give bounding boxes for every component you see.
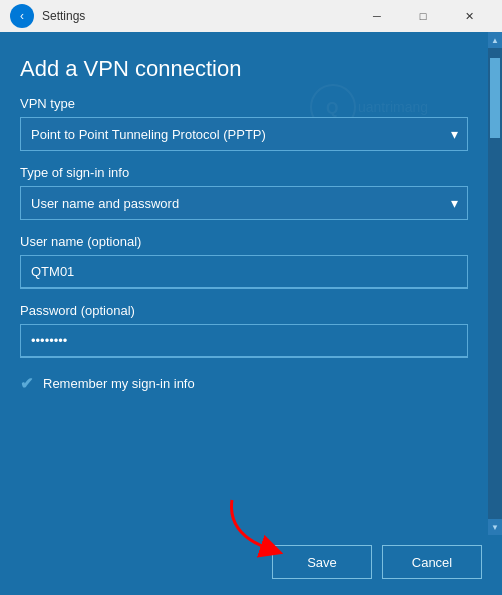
title-bar: ‹ Settings ─ □ ✕ xyxy=(0,0,502,32)
remember-label: Remember my sign-in info xyxy=(43,376,195,391)
back-button[interactable]: ‹ xyxy=(10,4,34,28)
buttons-area: Save Cancel xyxy=(0,535,502,595)
title-bar-text: Settings xyxy=(42,9,354,23)
minimize-button[interactable]: ─ xyxy=(354,0,400,32)
vpn-type-select-wrapper[interactable]: Point to Point Tunneling Protocol (PPTP)… xyxy=(20,117,468,151)
remember-checkmark: ✔ xyxy=(20,374,33,393)
signin-type-label: Type of sign-in info xyxy=(20,165,468,180)
username-label: User name (optional) xyxy=(20,234,468,249)
scroll-down-button[interactable]: ▼ xyxy=(488,519,502,535)
save-button[interactable]: Save xyxy=(272,545,372,579)
vpn-type-select[interactable]: Point to Point Tunneling Protocol (PPTP)… xyxy=(20,117,468,151)
signin-type-select-wrapper[interactable]: User name and password Smart card One-ti… xyxy=(20,186,468,220)
maximize-button[interactable]: □ xyxy=(400,0,446,32)
password-label: Password (optional) xyxy=(20,303,468,318)
scrollbar: ▲ ▼ xyxy=(488,32,502,535)
scroll-track[interactable] xyxy=(488,48,502,519)
title-bar-controls: ─ □ ✕ xyxy=(354,0,492,32)
main-content: Add a VPN connection uantrimang Q VPN ty… xyxy=(0,32,502,535)
signin-type-select[interactable]: User name and password Smart card One-ti… xyxy=(20,186,468,220)
close-button[interactable]: ✕ xyxy=(446,0,492,32)
password-input[interactable] xyxy=(20,324,468,358)
page-title: Add a VPN connection xyxy=(20,56,468,82)
cancel-button[interactable]: Cancel xyxy=(382,545,482,579)
scroll-up-button[interactable]: ▲ xyxy=(488,32,502,48)
form-area: Add a VPN connection uantrimang Q VPN ty… xyxy=(0,32,488,535)
username-input[interactable] xyxy=(20,255,468,289)
back-icon: ‹ xyxy=(20,9,24,23)
remember-row[interactable]: ✔ Remember my sign-in info xyxy=(20,374,468,393)
vpn-type-label: VPN type xyxy=(20,96,468,111)
scroll-thumb[interactable] xyxy=(490,58,500,138)
